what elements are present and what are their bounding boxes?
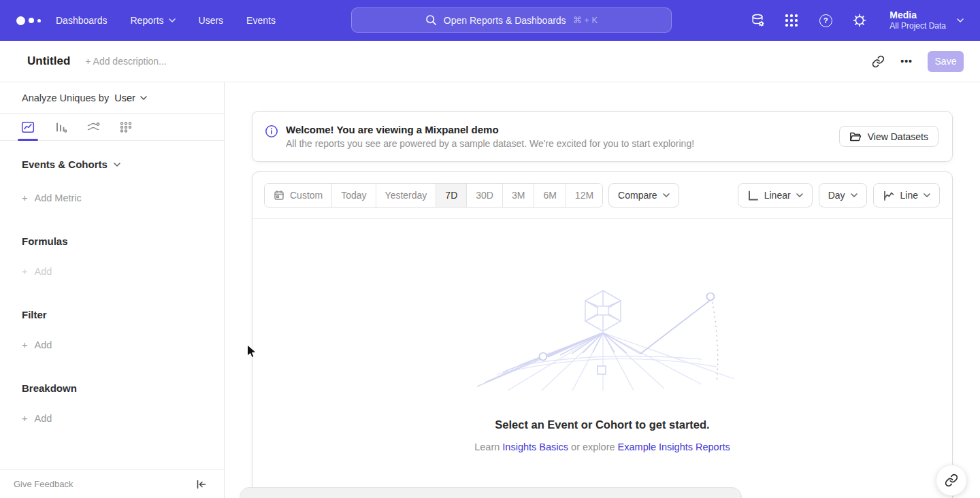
view-datasets-button[interactable]: View Datasets [839, 126, 938, 147]
chevron-down-icon [140, 96, 147, 100]
welcome-banner: Welcome! You are viewing a Mixpanel demo… [252, 111, 953, 162]
report-header: Untitled + Add description... ••• Save [0, 41, 980, 82]
insights-chart-card: Custom Today Yesterday 7D 30D 3M 6M 12M … [252, 171, 953, 498]
collapse-sidebar-icon[interactable] [194, 478, 208, 491]
linear-axis-icon [747, 190, 759, 201]
chevron-down-icon [957, 18, 964, 22]
nav-item-dashboards[interactable]: Dashboards [56, 15, 108, 26]
project-scope: All Project Data [889, 21, 946, 31]
link-icon [945, 474, 958, 487]
give-feedback-link[interactable]: Give Feedback [14, 479, 73, 489]
range-30d[interactable]: 30D [466, 184, 502, 207]
interval-selector[interactable]: Day [819, 183, 867, 208]
chevron-down-icon [851, 193, 858, 197]
add-description-field[interactable]: + Add description... [85, 56, 166, 67]
filter-section-label: Filter [22, 309, 202, 320]
breakdown-section-label: Breakdown [22, 382, 202, 394]
tab-bar-chart[interactable] [53, 114, 68, 141]
info-icon [265, 124, 278, 138]
share-link-fab[interactable] [936, 465, 967, 496]
analyze-by-selector[interactable]: User [114, 93, 147, 103]
chart-type-selector[interactable]: Line [873, 183, 940, 208]
top-nav: Dashboards Reports Users Events Open Rep… [0, 0, 980, 41]
calendar-icon [274, 190, 284, 201]
chevron-down-icon [169, 18, 176, 22]
sidebar-footer: Give Feedback [0, 469, 224, 498]
range-12m[interactable]: 12M [566, 184, 602, 207]
chart-controls: Custom Today Yesterday 7D 30D 3M 6M 12M … [252, 172, 952, 219]
empty-state-title: Select an Event or Cohort to get started… [252, 418, 952, 431]
line-chart-tab-icon [21, 120, 35, 134]
apps-grid-icon[interactable] [783, 12, 800, 29]
banner-subtitle: All the reports you see are powered by a… [286, 138, 694, 149]
search-icon [425, 14, 437, 26]
query-sidebar: Analyze Uniques by User Events & Cohorts… [0, 82, 225, 498]
primary-nav: Dashboards Reports Users Events [56, 15, 276, 26]
chevron-down-icon [663, 193, 670, 197]
compare-button[interactable]: Compare [608, 183, 679, 208]
range-7d[interactable]: 7D [436, 184, 466, 207]
insights-basics-link[interactable]: Insights Basics [502, 442, 568, 452]
copy-link-icon[interactable] [870, 54, 885, 69]
main-content: Welcome! You are viewing a Mixpanel demo… [225, 82, 980, 498]
nav-item-reports[interactable]: Reports [131, 15, 176, 26]
global-search-input[interactable]: Open Reports & Dashboards ⌘ + K [351, 7, 672, 33]
add-formula-button[interactable]: + Add [22, 266, 202, 277]
range-yesterday[interactable]: Yesterday [376, 184, 436, 207]
add-metric-button[interactable]: + Add Metric [22, 193, 202, 203]
range-3m[interactable]: 3M [502, 184, 534, 207]
date-range-segmented-control: Custom Today Yesterday 7D 30D 3M 6M 12M [264, 183, 603, 208]
plus-icon: + [22, 266, 27, 277]
data-management-icon[interactable] [749, 12, 766, 29]
formulas-section-label: Formulas [22, 235, 202, 247]
folder-icon [849, 131, 862, 142]
plus-icon: + [22, 193, 27, 203]
chevron-down-icon [796, 193, 803, 197]
add-filter-button[interactable]: + Add [22, 339, 202, 350]
analyze-label: Analyze Uniques by [22, 93, 109, 103]
flows-tab-icon [86, 120, 100, 134]
tab-insights-line[interactable] [20, 114, 35, 141]
help-icon[interactable]: ? [817, 12, 834, 29]
line-chart-icon [883, 190, 895, 201]
events-cohorts-section[interactable]: Events & Cohorts [22, 159, 202, 170]
banner-title: Welcome! You are viewing a Mixpanel demo [286, 124, 694, 135]
plus-icon: + [22, 413, 27, 424]
settings-gear-icon[interactable] [851, 12, 868, 29]
search-shortcut: ⌘ + K [573, 15, 598, 25]
empty-state-subtitle: Learn Insights Basics or explore Example… [252, 442, 952, 452]
project-name: Media [889, 10, 946, 21]
plus-icon: + [22, 339, 27, 350]
tab-retention-grid[interactable] [118, 114, 133, 141]
more-options-icon[interactable]: ••• [900, 56, 913, 67]
project-selector[interactable]: Media All Project Data [889, 10, 964, 31]
nav-right: ? Media All Project Data [749, 0, 964, 41]
range-custom[interactable]: Custom [265, 184, 331, 207]
search-placeholder: Open Reports & Dashboards [444, 15, 566, 26]
dots-grid-tab-icon [119, 120, 133, 134]
nav-item-users[interactable]: Users [199, 15, 224, 26]
analyze-row: Analyze Uniques by User [0, 82, 224, 114]
chart-type-tabs [0, 114, 224, 141]
nav-item-events[interactable]: Events [246, 15, 276, 26]
add-breakdown-button[interactable]: + Add [22, 413, 202, 424]
chevron-down-icon [924, 193, 930, 197]
scale-selector[interactable]: Linear [738, 183, 813, 208]
mixpanel-logo-icon[interactable] [16, 16, 46, 25]
save-button[interactable]: Save [928, 51, 964, 72]
bar-chart-tab-icon [54, 120, 67, 134]
empty-state-illustration [477, 285, 736, 391]
range-6m[interactable]: 6M [534, 184, 565, 207]
range-today[interactable]: Today [331, 184, 375, 207]
report-title[interactable]: Untitled [27, 54, 70, 68]
tab-flows[interactable] [86, 114, 101, 141]
example-insights-reports-link[interactable]: Example Insights Reports [618, 442, 730, 452]
chevron-down-icon [114, 163, 120, 167]
bottom-panel-edge[interactable] [240, 487, 742, 498]
